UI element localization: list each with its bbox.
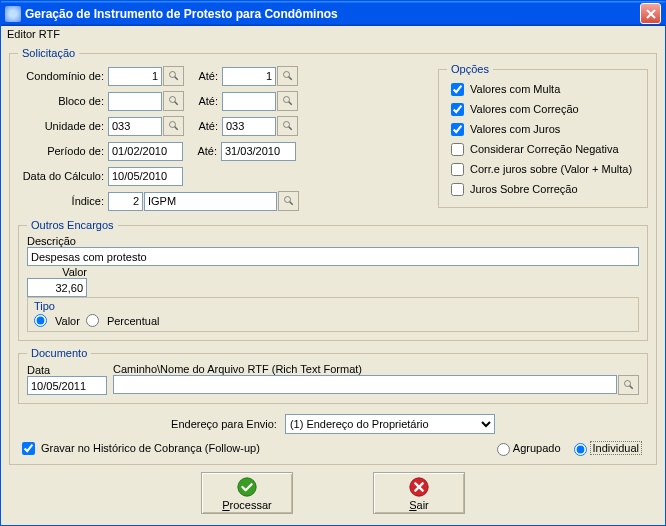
svg-point-2 <box>283 72 289 78</box>
check-label: Valores com Correção <box>470 103 579 115</box>
periodo-ate-input[interactable] <box>221 142 296 161</box>
radio-tipo-valor[interactable] <box>34 314 47 327</box>
ok-icon <box>236 476 258 498</box>
search-icon <box>623 379 635 391</box>
svg-point-0 <box>169 72 175 78</box>
cancel-icon <box>408 476 430 498</box>
svg-line-9 <box>174 127 177 130</box>
gravar-label: Gravar no Histórico de Cobrança (Follow-… <box>41 442 260 454</box>
window-title: Geração de Instrumento de Protesto para … <box>25 7 640 21</box>
svg-point-4 <box>169 97 175 103</box>
doc-data-label: Data <box>27 364 107 376</box>
btn-label: air <box>417 499 429 511</box>
radio-label: Percentual <box>107 315 160 327</box>
bloco-ate-lookup[interactable] <box>277 91 298 111</box>
documento-group: Documento Data Caminho\Nome do Arquivo R… <box>18 347 648 404</box>
indice-label: Índice: <box>18 195 108 207</box>
endereco-label: Endereço para Envio: <box>171 418 277 430</box>
close-button[interactable] <box>640 3 661 24</box>
radio-label: Agrupado <box>513 442 561 454</box>
unidade-label: Unidade de: <box>18 120 108 132</box>
svg-line-5 <box>174 102 177 105</box>
search-icon <box>168 70 180 82</box>
ate-label: Até: <box>184 95 222 107</box>
btn-label: rocessar <box>230 499 272 511</box>
content: Solicitação Condomínio de: Até: Bloco de… <box>1 45 665 525</box>
svg-point-12 <box>284 197 290 203</box>
data-calculo-input[interactable] <box>108 167 183 186</box>
check-valores-juros[interactable] <box>451 123 464 136</box>
titlebar: Geração de Instrumento de Protesto para … <box>1 1 665 26</box>
check-label: Corr.e juros sobre (Valor + Multa) <box>470 163 632 175</box>
indice-nome-input[interactable] <box>144 192 277 211</box>
unidade-ate-input[interactable] <box>222 117 276 136</box>
search-icon <box>282 120 294 132</box>
bloco-de-input[interactable] <box>108 92 162 111</box>
periodo-label: Período de: <box>18 145 108 157</box>
solicitacao-legend: Solicitação <box>18 47 79 59</box>
check-corr-juros-valor-multa[interactable] <box>451 163 464 176</box>
outros-legend: Outros Encargos <box>27 219 118 231</box>
svg-point-16 <box>238 477 256 495</box>
bloco-de-lookup[interactable] <box>163 91 184 111</box>
check-valores-multa[interactable] <box>451 83 464 96</box>
condominio-ate-lookup[interactable] <box>277 66 298 86</box>
menu-editor-rtf[interactable]: Editor RTF <box>7 28 60 40</box>
doc-data-input[interactable] <box>27 376 107 395</box>
search-icon <box>282 95 294 107</box>
ate-label: Até: <box>184 120 222 132</box>
condominio-de-lookup[interactable] <box>163 66 184 86</box>
doc-caminho-input[interactable] <box>113 375 617 394</box>
bloco-label: Bloco de: <box>18 95 108 107</box>
unidade-de-input[interactable] <box>108 117 162 136</box>
opcoes-legend: Opções <box>447 63 493 75</box>
search-icon <box>282 70 294 82</box>
unidade-de-lookup[interactable] <box>163 116 184 136</box>
radio-label: Valor <box>55 315 80 327</box>
indice-lookup[interactable] <box>278 191 299 211</box>
solicitacao-group: Solicitação Condomínio de: Até: Bloco de… <box>9 47 657 465</box>
sair-button[interactable]: Sair <box>373 472 465 514</box>
valor-input[interactable] <box>27 278 87 297</box>
periodo-de-input[interactable] <box>108 142 183 161</box>
check-valores-correcao[interactable] <box>451 103 464 116</box>
svg-point-14 <box>624 381 630 387</box>
tipo-label: Tipo <box>34 300 632 312</box>
svg-point-6 <box>283 97 289 103</box>
doc-caminho-label: Caminho\Nome do Arquivo RTF (Rich Text F… <box>113 363 639 375</box>
window: Geração de Instrumento de Protesto para … <box>0 0 666 526</box>
check-juros-sobre-correcao[interactable] <box>451 183 464 196</box>
svg-point-8 <box>169 122 175 128</box>
data-calculo-label: Data do Cálculo: <box>18 170 108 182</box>
unidade-ate-lookup[interactable] <box>277 116 298 136</box>
radio-individual[interactable] <box>574 443 587 456</box>
radio-agrupado[interactable] <box>497 443 510 456</box>
valor-label: Valor <box>62 266 87 278</box>
outros-encargos-group: Outros Encargos Descrição Valor Tipo Val… <box>18 219 648 341</box>
condominio-de-input[interactable] <box>108 67 162 86</box>
descricao-input[interactable] <box>27 247 639 266</box>
condominio-ate-input[interactable] <box>222 67 276 86</box>
opcoes-group: Opções Valores com Multa Valores com Cor… <box>438 63 648 208</box>
processar-button[interactable]: Processar <box>201 472 293 514</box>
svg-line-15 <box>629 386 632 389</box>
search-icon <box>283 195 295 207</box>
bloco-ate-input[interactable] <box>222 92 276 111</box>
radio-label: Individual <box>590 441 642 455</box>
close-icon <box>646 9 656 19</box>
svg-line-3 <box>288 77 291 80</box>
check-gravar-historico[interactable] <box>22 442 35 455</box>
indice-num-input[interactable] <box>108 192 143 211</box>
ate-label: Até: <box>184 70 222 82</box>
check-correcao-negativa[interactable] <box>451 143 464 156</box>
endereco-select[interactable]: (1) Endereço do Proprietário <box>285 414 495 434</box>
check-label: Juros Sobre Correção <box>470 183 578 195</box>
search-icon <box>168 120 180 132</box>
doc-caminho-lookup[interactable] <box>618 375 639 395</box>
svg-point-10 <box>283 122 289 128</box>
radio-tipo-percentual[interactable] <box>86 314 99 327</box>
app-icon <box>5 6 21 22</box>
check-label: Valores com Multa <box>470 83 560 95</box>
condominio-label: Condomínio de: <box>18 70 108 82</box>
svg-line-7 <box>288 102 291 105</box>
